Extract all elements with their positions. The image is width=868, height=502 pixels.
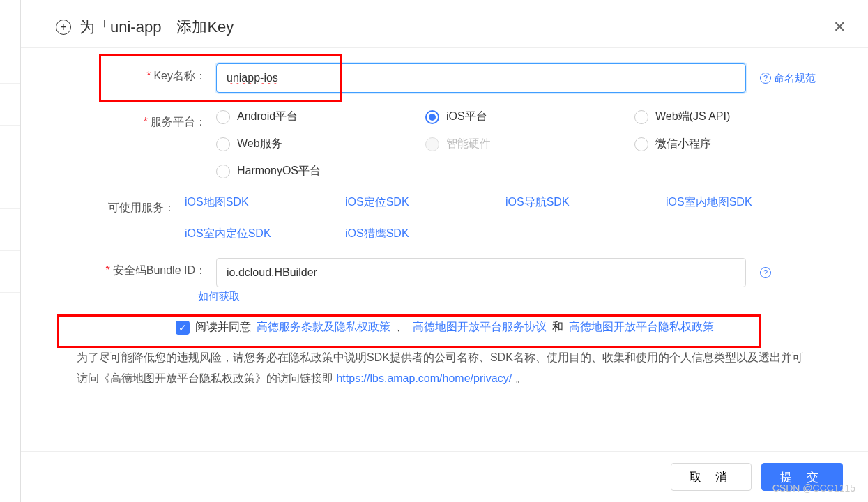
radio-wechat-miniapp[interactable]: 微信小程序: [634, 137, 816, 151]
radio-smart-hardware: 智能硬件: [425, 137, 634, 151]
radio-android[interactable]: Android平台: [216, 109, 425, 124]
service-platform-row: *服务平台： Android平台 iOS平台 Web端(JS API): [63, 109, 826, 178]
privacy-policy-link[interactable]: 高德地图开放平台隐私权政策: [569, 320, 714, 335]
radio-webservice[interactable]: Web服务: [216, 137, 425, 151]
bundle-id-label: *安全码Bundle ID：: [63, 258, 216, 278]
radio-ios[interactable]: iOS平台: [425, 109, 634, 124]
key-name-input[interactable]: [216, 63, 746, 93]
modal-body: *Key名称： ? 命名规范 *服务平台： Android平台: [21, 48, 868, 451]
radio-icon: [216, 110, 230, 124]
radio-icon: [216, 165, 230, 178]
watermark: CSDN @CCC1115: [772, 482, 855, 494]
service-link-ios-map[interactable]: iOS地图SDK: [185, 195, 345, 210]
service-link-ios-indoor-map[interactable]: iOS室内地图SDK: [666, 195, 826, 210]
close-icon[interactable]: ✕: [833, 18, 846, 36]
service-link-ios-hawk[interactable]: iOS猎鹰SDK: [345, 227, 505, 241]
radio-web-jsapi[interactable]: Web端(JS API): [634, 109, 816, 124]
bundle-id-input[interactable]: [216, 258, 746, 287]
naming-guide-link[interactable]: ? 命名规范: [760, 72, 816, 85]
agreement-row: ✓ 阅读并同意 高德服务条款及隐私权政策 、 高德地图开放平台服务协议 和 高德…: [63, 320, 826, 335]
bundle-help-icon[interactable]: ?: [760, 267, 771, 278]
platform-agreement-link[interactable]: 高德地图开放平台服务协议: [413, 320, 547, 335]
radio-icon: [425, 110, 439, 124]
radio-icon: [634, 137, 648, 151]
modal-header: + 为「uni-app」添加Key ✕: [21, 0, 868, 48]
available-services-row: 可使用服务： iOS地图SDK iOS定位SDK iOS导航SDK iOS室内地…: [63, 195, 826, 241]
key-name-row: *Key名称： ? 命名规范: [63, 63, 826, 93]
service-link-ios-location[interactable]: iOS定位SDK: [345, 195, 505, 210]
help-icon: ?: [760, 73, 771, 84]
help-icon: ?: [760, 267, 771, 278]
plus-circle-icon: +: [56, 20, 71, 35]
add-key-modal: + 为「uni-app」添加Key ✕ *Key名称： ? 命名规范 *服务平台…: [21, 0, 868, 502]
radio-icon: [425, 137, 439, 151]
key-name-label: *Key名称：: [63, 63, 216, 84]
service-platform-label: *服务平台：: [63, 109, 216, 130]
radio-icon: [634, 110, 648, 124]
agreement-checkbox[interactable]: ✓: [176, 321, 190, 335]
service-link-ios-indoor-location[interactable]: iOS室内定位SDK: [185, 227, 345, 241]
radio-icon: [216, 137, 230, 151]
radio-harmonyos[interactable]: HarmonyOS平台: [216, 164, 425, 178]
modal-title: + 为「uni-app」添加Key: [56, 17, 234, 38]
sidebar-stub: [0, 0, 21, 502]
cancel-button[interactable]: 取 消: [671, 463, 752, 491]
privacy-url-link[interactable]: https://lbs.amap.com/home/privacy/: [336, 372, 512, 384]
available-services-label: 可使用服务：: [63, 195, 185, 215]
privacy-note: 为了尽可能降低您的违规风险，请您务必在隐私政策中说明SDK提供者的公司名称、SD…: [63, 347, 826, 390]
agreement-prefix: 阅读并同意: [195, 320, 251, 335]
modal-title-text: 为「uni-app」添加Key: [79, 17, 234, 38]
how-to-get-link[interactable]: 如何获取: [198, 290, 240, 302]
terms-link[interactable]: 高德服务条款及隐私权政策: [257, 320, 390, 335]
modal-footer: 取 消 提 交: [21, 451, 868, 502]
service-link-ios-navigation[interactable]: iOS导航SDK: [505, 195, 666, 210]
bundle-id-row: *安全码Bundle ID： ?: [63, 258, 826, 287]
